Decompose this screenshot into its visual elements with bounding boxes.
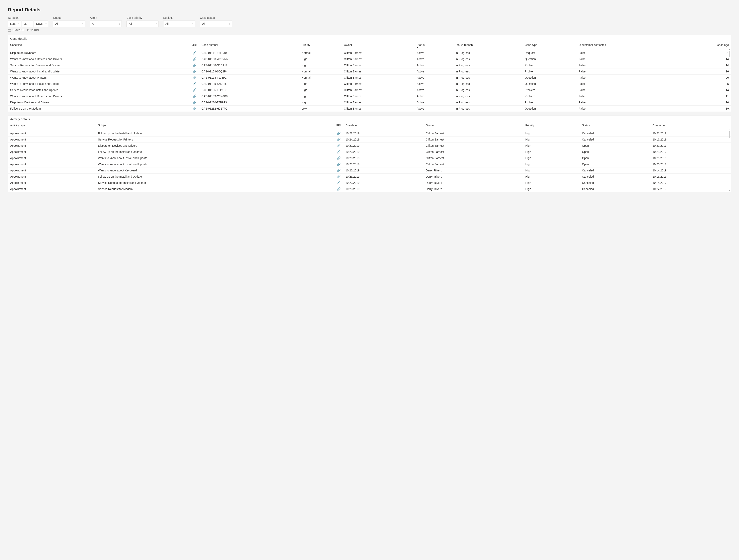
link-icon[interactable]: 🔗: [337, 132, 341, 135]
priority-select[interactable]: All ▾: [127, 21, 158, 27]
col-status[interactable]: Status▲: [415, 42, 454, 50]
scroll-up-icon[interactable]: ▴: [729, 129, 730, 131]
cell-case-type: Problem: [523, 62, 577, 68]
cell-url[interactable]: 🔗: [334, 155, 343, 161]
link-icon[interactable]: 🔗: [337, 150, 341, 153]
scroll-thumb[interactable]: [729, 131, 730, 138]
status-select[interactable]: All ▾: [200, 21, 232, 27]
col-case-title[interactable]: Case title: [8, 42, 190, 50]
col-activity-status[interactable]: Status: [580, 122, 650, 130]
cell-url[interactable]: 🔗: [190, 75, 199, 81]
scroll-thumb[interactable]: [729, 51, 730, 57]
cell-url[interactable]: 🔗: [334, 180, 343, 186]
link-icon[interactable]: 🔗: [337, 144, 341, 147]
queue-select[interactable]: All ▾: [53, 21, 85, 27]
col-case-number[interactable]: Case number: [199, 42, 300, 50]
link-icon[interactable]: 🔗: [193, 82, 196, 85]
table-row[interactable]: Wants to know about Printers🔗CAS-01178-T…: [8, 75, 731, 81]
cell-url[interactable]: 🔗: [190, 56, 199, 62]
col-activity-type[interactable]: Activity type▲: [8, 122, 96, 130]
cell-url[interactable]: 🔗: [334, 174, 343, 180]
scroll-down-icon[interactable]: ▾: [729, 109, 730, 111]
table-row[interactable]: Dispute on Devices and Drivers🔗CAS-01230…: [8, 99, 731, 106]
link-icon[interactable]: 🔗: [337, 156, 341, 159]
link-icon[interactable]: 🔗: [337, 163, 341, 166]
cell-url[interactable]: 🔗: [334, 186, 343, 192]
table-row[interactable]: Wants to know about Devices and Drivers🔗…: [8, 93, 731, 99]
col-case-type[interactable]: Case type: [523, 42, 577, 50]
col-case-age[interactable]: Case age: [679, 42, 731, 50]
cell-url[interactable]: 🔗: [190, 87, 199, 93]
table-row[interactable]: Follow up on the Modem🔗CAS-01232-H2S7P0L…: [8, 106, 731, 112]
cell-priority: High: [300, 81, 342, 87]
table-row[interactable]: Service Request for Devices and Drivers🔗…: [8, 62, 731, 68]
col-owner[interactable]: Owner: [342, 42, 415, 50]
link-icon[interactable]: 🔗: [193, 76, 196, 79]
cell-url[interactable]: 🔗: [334, 130, 343, 137]
cell-url[interactable]: 🔗: [334, 143, 343, 149]
cell-url[interactable]: 🔗: [190, 81, 199, 87]
duration-value-select[interactable]: 30: [22, 21, 33, 27]
agent-select[interactable]: All ▾: [90, 21, 122, 27]
link-icon[interactable]: 🔗: [337, 175, 341, 178]
cell-subject: Follow up on the Install and Update: [96, 174, 334, 180]
cell-url[interactable]: 🔗: [190, 99, 199, 106]
link-icon[interactable]: 🔗: [193, 101, 196, 104]
table-row[interactable]: AppointmentWants to know about Install a…: [8, 155, 731, 161]
cell-url[interactable]: 🔗: [190, 50, 199, 56]
cell-url[interactable]: 🔗: [190, 62, 199, 68]
cell-url[interactable]: 🔗: [190, 68, 199, 75]
link-icon[interactable]: 🔗: [337, 187, 341, 190]
col-status-reason[interactable]: Status reason: [453, 42, 523, 50]
link-icon[interactable]: 🔗: [193, 89, 196, 92]
table-row[interactable]: AppointmentWants to know about Install a…: [8, 161, 731, 167]
link-icon[interactable]: 🔗: [193, 64, 196, 66]
table-row[interactable]: AppointmentService Request for Install a…: [8, 180, 731, 186]
cell-url[interactable]: 🔗: [334, 137, 343, 143]
link-icon[interactable]: 🔗: [337, 138, 341, 141]
col-due-date[interactable]: Due date: [343, 122, 424, 130]
link-icon[interactable]: 🔗: [193, 51, 196, 54]
table-row[interactable]: Dispute on Keyboard🔗CAS-01111-L1F0X0Norm…: [8, 50, 731, 56]
cell-url[interactable]: 🔗: [334, 149, 343, 155]
table-row[interactable]: AppointmentDispute on Devices and Driver…: [8, 143, 731, 149]
col-activity-subject[interactable]: Subject: [96, 122, 334, 130]
case-grid-scrollbar[interactable]: ▴ ▾: [729, 48, 730, 111]
duration-unit-select[interactable]: Days ▾: [34, 21, 48, 27]
link-icon[interactable]: 🔗: [193, 107, 196, 110]
cell-url[interactable]: 🔗: [190, 106, 199, 112]
table-row[interactable]: AppointmentService Request for Modem🔗10/…: [8, 186, 731, 192]
cell-status: Active: [415, 87, 454, 93]
col-activity-priority[interactable]: Priority: [524, 122, 580, 130]
duration-relative-select[interactable]: Last ▾: [8, 21, 21, 27]
link-icon[interactable]: 🔗: [193, 70, 196, 73]
table-row[interactable]: AppointmentFollow up on the Install and …: [8, 174, 731, 180]
col-customer-contacted[interactable]: Is customer contacted: [577, 42, 679, 50]
link-icon[interactable]: 🔗: [193, 57, 196, 60]
cell-url[interactable]: 🔗: [334, 167, 343, 174]
link-icon[interactable]: 🔗: [337, 169, 341, 172]
cell-case-type: Request: [523, 50, 577, 56]
table-row[interactable]: AppointmentService Request for Printers🔗…: [8, 137, 731, 143]
table-row[interactable]: Wants to know about Devices and Drivers🔗…: [8, 56, 731, 62]
col-case-url[interactable]: URL: [190, 42, 199, 50]
scroll-down-icon[interactable]: ▾: [729, 189, 730, 191]
table-row[interactable]: AppointmentFollow up on the Install and …: [8, 130, 731, 137]
link-icon[interactable]: 🔗: [193, 95, 196, 98]
cell-url[interactable]: 🔗: [190, 93, 199, 99]
cell-url[interactable]: 🔗: [334, 161, 343, 167]
col-activity-url[interactable]: URL: [334, 122, 343, 130]
col-activity-owner[interactable]: Owner: [424, 122, 523, 130]
table-row[interactable]: Wants to know about Install and Update🔗C…: [8, 68, 731, 75]
scroll-up-icon[interactable]: ▴: [729, 48, 730, 50]
table-row[interactable]: Service Request for Install and Update🔗C…: [8, 87, 731, 93]
link-icon[interactable]: 🔗: [337, 181, 341, 184]
col-priority[interactable]: Priority: [300, 42, 342, 50]
col-created-on[interactable]: Created on: [650, 122, 731, 130]
table-row[interactable]: AppointmentFollow up on the Install and …: [8, 149, 731, 155]
cell-owner: Clifton Earnest: [342, 68, 415, 75]
table-row[interactable]: Wants to know about Install and Update🔗C…: [8, 81, 731, 87]
activity-grid-scrollbar[interactable]: ▴ ▾: [729, 129, 730, 191]
table-row[interactable]: AppointmentWants to know about Keyboard🔗…: [8, 167, 731, 174]
subject-select[interactable]: All ▾: [163, 21, 195, 27]
